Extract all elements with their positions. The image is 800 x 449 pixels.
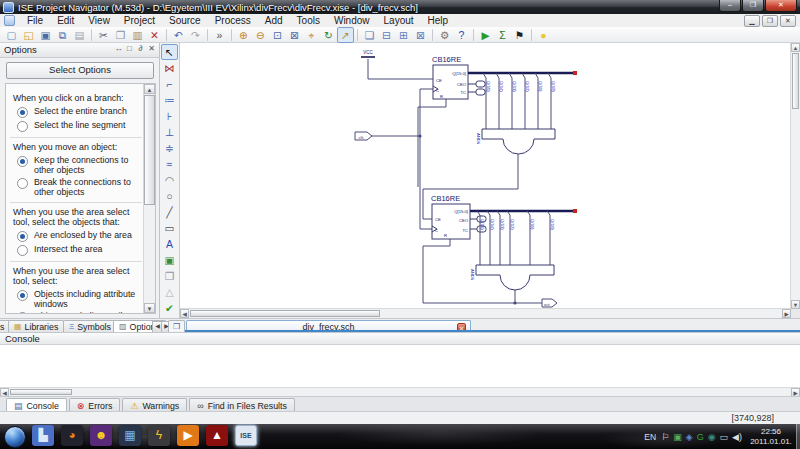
tab-find-in-files[interactable]: ∞ Find in Files Results [189, 398, 295, 412]
radio-select-entire-branch[interactable]: Select the entire branch [17, 106, 142, 118]
zoom-fit-icon[interactable]: ⊠ [286, 27, 303, 43]
add-symbol-icon[interactable]: ▣ [161, 252, 178, 268]
menu-item-3[interactable]: Project [117, 14, 162, 27]
context-help-icon[interactable]: ? [453, 27, 470, 43]
panel-restore-icon[interactable]: □ [124, 43, 135, 55]
scroll-down-icon[interactable]: ▼ [791, 300, 800, 309]
totalcommander-icon[interactable]: ▙ [32, 425, 54, 446]
disabled-tool-icon[interactable]: △ [161, 284, 178, 300]
menu-item-5[interactable]: Process [208, 14, 258, 27]
bus-tap-icon[interactable]: ⊦ [161, 108, 178, 124]
mdi-close-button[interactable]: ✕ [780, 15, 796, 27]
copy-icon[interactable]: ❐ [112, 27, 129, 43]
scroll-up-icon[interactable]: ▲ [791, 43, 800, 52]
tab-warnings[interactable]: ⚠ Warnings [122, 398, 187, 412]
scrollbar-thumb[interactable] [792, 53, 799, 109]
console-scrollbar[interactable]: ◀ ▶ [0, 387, 800, 396]
tile-horizontal-icon[interactable]: ⊟ [378, 27, 395, 43]
lightbulb-icon[interactable]: ● [535, 27, 552, 43]
menu-item-9[interactable]: Layout [377, 14, 421, 27]
adobe-reader-icon[interactable]: ▲ [206, 425, 228, 446]
menu-item-0[interactable]: File [20, 14, 50, 27]
zoom-out-icon[interactable]: ⊖ [252, 27, 269, 43]
panel-float-icon[interactable]: ↔ [113, 43, 124, 55]
menu-item-6[interactable]: Add [258, 14, 290, 27]
canvas-vertical-scrollbar[interactable]: ▲ ▼ [790, 43, 800, 309]
options-panel-title[interactable]: Options ↔ □ ∂ ✕ [0, 43, 159, 58]
arc-tool-icon[interactable]: ◠ [161, 172, 178, 188]
open-icon[interactable]: ◱ [20, 27, 37, 43]
and-gate-1[interactable] [482, 129, 555, 154]
tile-vertical-icon[interactable]: ⊞ [395, 27, 412, 43]
tab-console[interactable]: ▤ Console [6, 398, 67, 412]
radio-select-line-segment[interactable]: Select the line segment [17, 120, 142, 132]
menu-item-2[interactable]: View [81, 14, 117, 27]
instance-icon[interactable]: ❐ [161, 268, 178, 284]
pan-tool-icon[interactable]: ↗ [337, 27, 354, 43]
wire-tool-icon[interactable]: ⌐ [161, 76, 178, 92]
rectangle-tool-icon[interactable]: ▭ [161, 220, 178, 236]
text-tool-icon[interactable]: A [161, 236, 178, 252]
sum-icon[interactable]: Σ [494, 27, 511, 43]
options-scrollbar[interactable]: ▲ ▼ [143, 84, 155, 313]
zoom-selection-icon[interactable]: ⌖ [303, 27, 320, 43]
tray-circle-icon[interactable]: ◉ [708, 432, 716, 442]
wire-clk-vertical[interactable] [420, 89, 432, 229]
tray-blue-icon[interactable]: ◈ [686, 432, 693, 442]
close-window-icon[interactable]: ⊠ [412, 27, 429, 43]
redo-icon[interactable]: ↷ [187, 27, 204, 43]
ise-taskbar-icon[interactable]: ISE [235, 425, 257, 446]
volume-tray-icon[interactable]: ◀) [732, 432, 742, 442]
console-output[interactable] [0, 345, 800, 387]
undo-icon[interactable]: ↶ [170, 27, 187, 43]
and-gate-2[interactable] [476, 265, 554, 290]
mdi-minimize-button[interactable]: ▁ [744, 15, 760, 27]
select-tool-icon[interactable]: ↖ [161, 44, 178, 60]
wire-comp2-r[interactable] [423, 239, 450, 303]
network-tray-icon[interactable]: ▭ [720, 432, 729, 442]
settings-wrench-icon[interactable]: ⚙ [436, 27, 453, 43]
radio-objects-including-attr[interactable]: Objects including attribute windows [17, 289, 142, 309]
menu-item-10[interactable]: Help [421, 14, 456, 27]
scrollbar-thumb[interactable] [144, 95, 155, 205]
refresh-icon[interactable]: ↻ [320, 27, 337, 43]
run-icon[interactable]: ▶ [477, 27, 494, 43]
tray-green-icon[interactable]: ▣ [673, 432, 682, 442]
radio-break-connections[interactable]: Break the connections to other objects [17, 177, 142, 197]
print-icon[interactable]: ▤ [71, 27, 88, 43]
yahoo-messenger-icon[interactable]: ☻ [90, 425, 112, 446]
tray-flag-icon[interactable]: ⚐ [661, 432, 669, 442]
media-player-icon[interactable]: ▶ [177, 425, 199, 446]
scrollbar-thumb[interactable] [10, 389, 72, 395]
scroll-left-icon[interactable]: ◀ [180, 309, 189, 318]
minimize-button[interactable]: – [719, 0, 741, 12]
toolbar-overflow-icon[interactable]: » [211, 27, 228, 43]
schematic-drawing[interactable]: CB16RE CB16RE VCC clk out CE C Q[15:0] C… [180, 43, 792, 310]
scroll-right-icon[interactable]: ▶ [782, 309, 791, 318]
scrollbar-thumb[interactable] [190, 310, 380, 317]
delete-icon[interactable]: ✕ [146, 27, 163, 43]
wire-vcc-ce[interactable] [368, 59, 433, 79]
panel-dock-icon[interactable]: ∂ [135, 43, 146, 55]
io-marker-icon[interactable]: ⊥ [161, 124, 178, 140]
check-schematic-icon[interactable]: ✔ [161, 300, 178, 316]
canvas-horizontal-scrollbar[interactable]: ◀ ▶ [180, 308, 791, 318]
select-options-button[interactable]: Select Options [6, 62, 154, 79]
taskbar-clock[interactable]: 22:56 2011.01.01. [748, 427, 794, 446]
console-header[interactable]: Console [0, 332, 800, 345]
start-button[interactable] [4, 426, 26, 448]
radio-keep-connections[interactable]: Keep the connections to other objects [17, 155, 142, 175]
title-bar[interactable]: ISE Project Navigator (M.53d) - D:\Egyet… [0, 0, 800, 14]
cascade-windows-icon[interactable]: ❏ [361, 27, 378, 43]
media-center-icon[interactable]: ▦ [119, 425, 141, 446]
input-marker[interactable] [355, 132, 372, 140]
menu-item-8[interactable]: Window [327, 14, 377, 27]
new-icon[interactable]: ▢ [3, 27, 20, 43]
restore-button[interactable]: ❐ [742, 0, 764, 12]
partial-select-icon[interactable]: ⋈ [161, 60, 178, 76]
save-icon[interactable]: ▣ [37, 27, 54, 43]
wire-comp1-r[interactable] [418, 99, 446, 187]
zoom-in-icon[interactable]: ⊕ [235, 27, 252, 43]
language-indicator[interactable]: EN [644, 432, 656, 442]
show-desktop-button[interactable] [796, 424, 800, 449]
